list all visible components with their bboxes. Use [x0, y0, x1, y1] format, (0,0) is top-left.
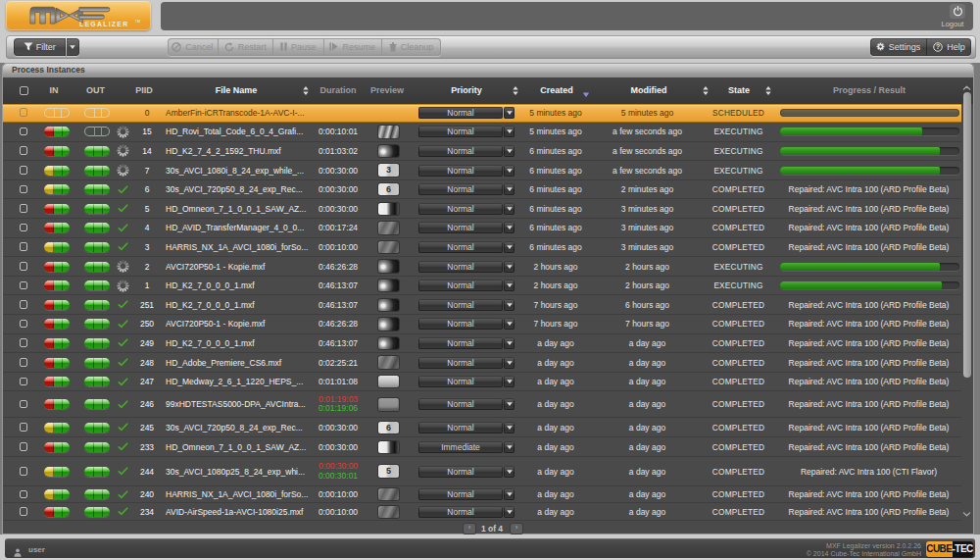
svg-text:LEGALIZER: LEGALIZER	[79, 21, 128, 27]
svg-text:TM: TM	[135, 20, 140, 24]
svg-text:?: ?	[936, 43, 940, 50]
